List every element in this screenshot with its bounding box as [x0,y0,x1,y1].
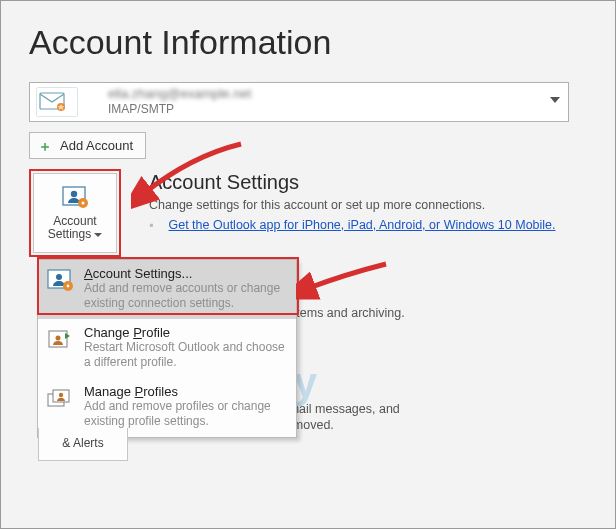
manage-profiles-icon [46,386,74,414]
account-email: ella.zhang@example.net [108,86,251,101]
chevron-down-icon [94,233,102,237]
menu-item-sub: Restart Microsoft Outlook and choose a d… [84,340,288,370]
get-outlook-app-link[interactable]: Get the Outlook app for iPhone, iPad, An… [168,218,555,232]
account-settings-menu: Account Settings... Add and remove accou… [37,259,297,438]
menu-item-change-profile[interactable]: Change Profile Restart Microsoft Outlook… [38,319,296,378]
page-title: Account Information [1,1,615,76]
menu-item-title: Account Settings... [84,266,288,281]
svg-point-5 [82,201,85,204]
account-settings-icon [46,268,74,296]
chevron-down-icon [550,97,560,103]
account-selector[interactable]: ella.zhang@example.net IMAP/SMTP [29,82,569,122]
menu-item-title: Manage Profiles [84,384,288,399]
add-account-button[interactable]: ＋ Add Account [29,132,146,159]
add-account-label: Add Account [60,138,133,153]
menu-item-account-settings[interactable]: Account Settings... Add and remove accou… [38,260,296,319]
bullet-icon: ▪ [149,218,165,232]
rules-and-alerts-tile-partial[interactable]: & Alerts [38,428,128,461]
account-settings-tile[interactable]: Account Settings [33,173,117,253]
highlight-account-settings-tile: Account Settings [29,169,121,257]
annotation-arrow [296,259,396,309]
svg-point-9 [67,285,70,288]
plus-icon: ＋ [38,139,52,153]
svg-point-11 [56,336,61,341]
svg-point-3 [71,191,77,197]
menu-item-sub: Add and remove accounts or change existi… [84,281,288,311]
svg-point-14 [59,393,63,397]
account-protocol: IMAP/SMTP [108,102,174,116]
section-desc: Change settings for this account or set … [149,198,569,212]
tile-label: Account Settings [48,215,102,241]
account-settings-icon [61,185,89,209]
mail-account-icon [36,87,78,117]
change-profile-icon [46,327,74,355]
menu-item-sub: Add and remove profiles or change existi… [84,399,288,429]
menu-item-title: Change Profile [84,325,288,340]
svg-point-7 [56,274,62,280]
section-heading: Account Settings [149,171,569,194]
account-settings-section: Account Settings Change settings for thi… [149,171,569,232]
